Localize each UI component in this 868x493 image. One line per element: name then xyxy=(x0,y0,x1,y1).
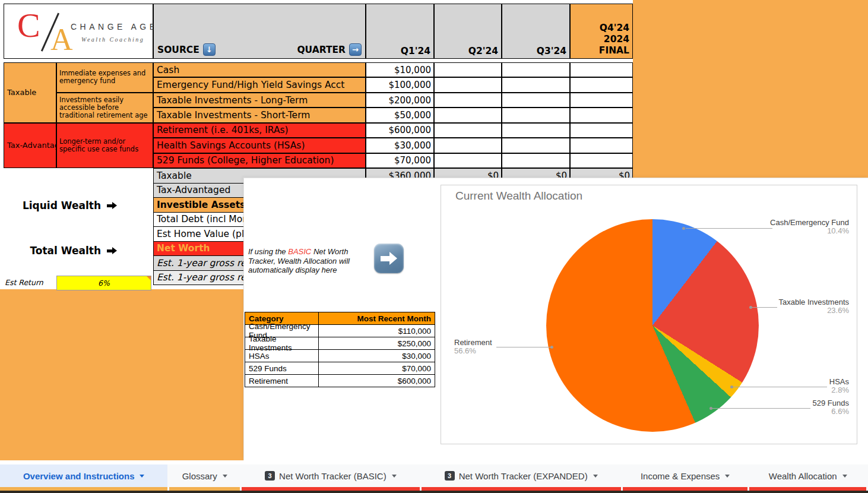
tab-overview-and-instructions[interactable]: Overview and Instructions xyxy=(0,464,167,487)
cell-q4-hsa[interactable] xyxy=(570,138,633,153)
sort-right-icon[interactable]: → xyxy=(349,43,362,56)
note-prefix: If using the xyxy=(248,247,286,256)
chevron-down-icon[interactable] xyxy=(392,475,397,478)
liquid-wealth-label[interactable]: Liquid Wealth xyxy=(0,200,117,211)
source-header-label: SOURCE xyxy=(157,45,199,55)
cell-source-hsa[interactable]: Health Savings Accounts (HSAs) xyxy=(153,138,366,153)
chevron-down-icon[interactable] xyxy=(593,475,598,478)
tab-badge: 3 xyxy=(265,471,275,481)
tab-net-worth-tracker-basic[interactable]: 3 Net Worth Tracker (BASIC) xyxy=(242,464,419,487)
arrow-shaft xyxy=(381,256,389,261)
right-arrow-icon xyxy=(107,247,117,254)
callout-label: Taxable Investments xyxy=(778,298,849,306)
chevron-down-icon[interactable] xyxy=(223,475,227,478)
tab-glossary[interactable]: Glossary xyxy=(169,464,240,487)
logo-cell[interactable]: C A CHANGE AGENT Wealth Coaching xyxy=(4,4,153,59)
cell-q4-cash[interactable] xyxy=(570,62,633,77)
cell-q2-retirement[interactable] xyxy=(434,123,502,138)
cell-q1-emergency-fund[interactable]: $100,000 xyxy=(366,77,434,92)
cell-q1-taxable-short-term[interactable]: $50,000 xyxy=(366,108,434,122)
cell-q4-retirement[interactable] xyxy=(570,123,633,138)
tab-net-worth-tracker-expanded[interactable]: 3 Net Worth Tracker (EXPANDED) xyxy=(422,464,621,487)
cell-q1-retirement[interactable]: $600,000 xyxy=(366,123,434,138)
wealth-allocation-chart[interactable]: Current Wealth Allocation Cash/Emergency… xyxy=(441,185,857,444)
callout-line-529 xyxy=(712,408,810,409)
callout-label: 529 Funds xyxy=(813,399,849,407)
cell-q2-529[interactable] xyxy=(434,153,502,168)
total-wealth-label[interactable]: Total Wealth xyxy=(0,245,117,257)
tab-label: Net Worth Tracker (EXPANDED) xyxy=(459,471,588,481)
pie[interactable] xyxy=(546,219,759,432)
logo-monogram-a: A xyxy=(50,22,73,57)
cell-q3-retirement[interactable] xyxy=(502,123,570,138)
chart-title: Current Wealth Allocation xyxy=(455,189,582,203)
cell-q3-hsa[interactable] xyxy=(502,138,570,153)
cell-q1-cash[interactable]: $10,000 xyxy=(366,62,434,77)
cell-q4-emergency-fund[interactable] xyxy=(570,77,633,92)
cell-source-529[interactable]: 529 Funds (College, Higher Education) xyxy=(153,153,366,168)
cell-source-emergency-fund[interactable]: Emergency Fund/High Yield Savings Acct xyxy=(153,77,366,92)
q2-column-header[interactable]: Q2'24 xyxy=(434,4,502,59)
callout-percent: 6.6% xyxy=(813,407,849,416)
cell-q2-taxable-short-term[interactable] xyxy=(434,108,502,122)
cell-val-529-funds[interactable]: $70,000 xyxy=(319,362,435,374)
cell-q2-hsa[interactable] xyxy=(434,138,502,153)
callout-529-funds: 529 Funds 6.6% xyxy=(813,399,849,416)
callout-percent: 10.4% xyxy=(770,227,849,235)
cell-q4-taxable-long-term[interactable] xyxy=(570,93,633,108)
cell-cat-529-funds[interactable]: 529 Funds xyxy=(245,362,319,374)
cell-source-retirement[interactable]: Retirement (i.e. 401ks, IRAs) xyxy=(153,123,366,138)
logo-tagline: Wealth Coaching xyxy=(81,36,144,43)
cell-val-retirement[interactable]: $600,000 xyxy=(319,375,435,387)
est-return-value-cell[interactable]: 6% xyxy=(56,276,151,290)
chevron-down-icon[interactable] xyxy=(140,475,144,478)
cell-q1-taxable-long-term[interactable]: $200,000 xyxy=(366,93,434,108)
cell-desc-immediate-expenses[interactable]: Immediate expenses and emergency fund xyxy=(56,62,153,93)
cell-q3-emergency-fund[interactable] xyxy=(502,77,570,92)
q1-column-header[interactable]: Q1'24 xyxy=(366,4,434,59)
logo-monogram-c: C xyxy=(17,5,40,45)
callout-label: Retirement xyxy=(454,339,492,347)
cell-val-hsas[interactable]: $30,000 xyxy=(319,350,435,362)
callout-line-hsas xyxy=(733,387,827,387)
cell-desc-accessible-investments[interactable]: Investments easily accessible before tra… xyxy=(56,93,153,123)
source-quarter-header-cell[interactable]: SOURCE ↓ QUARTER → xyxy=(153,4,366,59)
cell-cat-hsas[interactable]: HSAs xyxy=(245,350,319,362)
cell-q3-529[interactable] xyxy=(502,153,570,168)
cell-q2-emergency-fund[interactable] xyxy=(434,77,502,92)
cell-q1-hsa[interactable]: $30,000 xyxy=(366,138,434,153)
q3-column-header[interactable]: Q3'24 xyxy=(502,4,570,59)
cell-q4-taxable-short-term[interactable] xyxy=(570,108,633,122)
chevron-down-icon[interactable] xyxy=(725,475,730,478)
cell-source-taxable-short-term[interactable]: Taxable Investments - Short-Term xyxy=(153,108,366,122)
q4-column-header[interactable]: Q4'24 2024 FINAL xyxy=(570,4,633,59)
cell-q3-cash[interactable] xyxy=(502,62,570,77)
cell-val-cash[interactable]: $110,000 xyxy=(319,325,435,337)
chevron-down-icon[interactable] xyxy=(842,475,847,478)
tab-wealth-allocation[interactable]: Wealth Allocation xyxy=(749,464,866,487)
cell-q3-taxable-long-term[interactable] xyxy=(502,93,570,108)
tab-label: Wealth Allocation xyxy=(769,471,837,481)
cell-cat-retirement[interactable]: Retirement xyxy=(245,375,319,387)
cell-q3-taxable-short-term[interactable] xyxy=(502,108,570,122)
callout-line-taxable xyxy=(752,307,777,308)
quarter-header-label: QUARTER xyxy=(297,45,346,55)
cell-source-cash[interactable]: Cash xyxy=(153,62,366,77)
est-return-label[interactable]: Est Return xyxy=(5,278,43,287)
right-arrow-button[interactable] xyxy=(374,244,404,273)
cell-q4-529[interactable] xyxy=(570,153,633,168)
cell-val-taxable-investments[interactable]: $250,000 xyxy=(319,337,435,349)
cell-group-tax-advantaged[interactable]: Tax-Advantaged xyxy=(4,123,56,168)
most-recent-month-header-cell[interactable]: Most Recent Month xyxy=(319,312,435,324)
cell-q1-529[interactable]: $70,000 xyxy=(366,153,434,168)
q4-header-line2: 2024 FINAL xyxy=(574,34,629,56)
cell-source-taxable-long-term[interactable]: Taxable Investments - Long-Term xyxy=(153,93,366,108)
cell-group-taxable[interactable]: Taxable xyxy=(4,62,56,123)
sort-down-icon[interactable]: ↓ xyxy=(203,43,216,56)
cell-q2-cash[interactable] xyxy=(434,62,502,77)
cell-cat-taxable-investments[interactable]: Taxable Investments xyxy=(245,337,319,349)
table-row: HSAs $30,000 xyxy=(245,349,435,362)
cell-q2-taxable-long-term[interactable] xyxy=(434,93,502,108)
tab-income-and-expenses[interactable]: Income & Expenses xyxy=(623,464,748,487)
cell-desc-longer-term[interactable]: Longer-term and/or specific use case fun… xyxy=(56,123,153,168)
